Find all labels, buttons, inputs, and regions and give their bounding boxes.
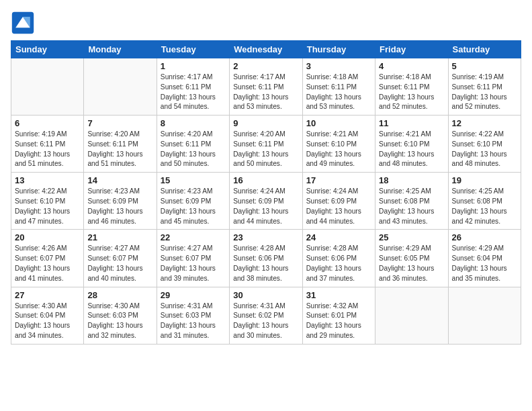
calendar-cell: 15Sunrise: 4:23 AM Sunset: 6:09 PM Dayli…	[157, 173, 229, 230]
calendar-cell: 5Sunrise: 4:19 AM Sunset: 6:11 PM Daylig…	[448, 58, 521, 116]
day-info: Sunrise: 4:23 AM Sunset: 6:09 PM Dayligh…	[161, 187, 226, 226]
day-number: 17	[306, 175, 371, 185]
day-number: 3	[306, 61, 371, 71]
calendar-cell: 29Sunrise: 4:31 AM Sunset: 6:03 PM Dayli…	[157, 287, 229, 344]
day-info: Sunrise: 4:21 AM Sunset: 6:10 PM Dayligh…	[306, 130, 371, 169]
weekday-header-row: SundayMondayTuesdayWednesdayThursdayFrid…	[11, 41, 521, 58]
day-info: Sunrise: 4:24 AM Sunset: 6:09 PM Dayligh…	[306, 187, 371, 226]
calendar-cell: 25Sunrise: 4:29 AM Sunset: 6:05 PM Dayli…	[375, 230, 448, 287]
day-number: 1	[161, 61, 226, 71]
calendar-cell: 18Sunrise: 4:25 AM Sunset: 6:08 PM Dayli…	[375, 173, 448, 230]
day-info: Sunrise: 4:18 AM Sunset: 6:11 PM Dayligh…	[306, 73, 371, 112]
day-number: 15	[161, 175, 226, 185]
calendar-table: SundayMondayTuesdayWednesdayThursdayFrid…	[11, 40, 521, 345]
day-number: 4	[379, 61, 444, 71]
calendar-cell: 31Sunrise: 4:32 AM Sunset: 6:01 PM Dayli…	[302, 287, 375, 344]
calendar-cell: 4Sunrise: 4:18 AM Sunset: 6:11 PM Daylig…	[375, 58, 448, 116]
day-number: 10	[306, 118, 371, 128]
weekday-header-thursday: Thursday	[302, 41, 375, 58]
day-info: Sunrise: 4:20 AM Sunset: 6:11 PM Dayligh…	[161, 130, 226, 169]
calendar-cell: 24Sunrise: 4:28 AM Sunset: 6:06 PM Dayli…	[302, 230, 375, 287]
week-row-5: 27Sunrise: 4:30 AM Sunset: 6:04 PM Dayli…	[11, 287, 521, 344]
day-info: Sunrise: 4:24 AM Sunset: 6:09 PM Dayligh…	[233, 187, 298, 226]
calendar-cell: 9Sunrise: 4:20 AM Sunset: 6:11 PM Daylig…	[230, 116, 302, 173]
day-number: 16	[233, 175, 298, 185]
day-info: Sunrise: 4:31 AM Sunset: 6:03 PM Dayligh…	[161, 302, 226, 341]
logo	[11, 11, 38, 35]
calendar-cell	[84, 58, 157, 116]
day-info: Sunrise: 4:21 AM Sunset: 6:10 PM Dayligh…	[379, 130, 444, 169]
day-number: 28	[87, 290, 152, 300]
day-number: 12	[452, 118, 517, 128]
calendar-cell: 22Sunrise: 4:27 AM Sunset: 6:07 PM Dayli…	[157, 230, 229, 287]
calendar-cell	[11, 58, 84, 116]
day-number: 21	[87, 232, 152, 242]
calendar-cell: 27Sunrise: 4:30 AM Sunset: 6:04 PM Dayli…	[11, 287, 84, 344]
day-number: 30	[233, 290, 298, 300]
day-info: Sunrise: 4:25 AM Sunset: 6:08 PM Dayligh…	[379, 187, 444, 226]
day-info: Sunrise: 4:27 AM Sunset: 6:07 PM Dayligh…	[161, 244, 226, 283]
day-info: Sunrise: 4:17 AM Sunset: 6:11 PM Dayligh…	[161, 73, 226, 112]
day-number: 5	[452, 61, 517, 71]
weekday-header-wednesday: Wednesday	[230, 41, 302, 58]
weekday-header-tuesday: Tuesday	[157, 41, 229, 58]
calendar-cell: 17Sunrise: 4:24 AM Sunset: 6:09 PM Dayli…	[302, 173, 375, 230]
week-row-3: 13Sunrise: 4:22 AM Sunset: 6:10 PM Dayli…	[11, 173, 521, 230]
page-header	[11, 11, 521, 35]
calendar-cell: 21Sunrise: 4:27 AM Sunset: 6:07 PM Dayli…	[84, 230, 157, 287]
calendar-cell: 26Sunrise: 4:29 AM Sunset: 6:04 PM Dayli…	[448, 230, 521, 287]
day-number: 11	[379, 118, 444, 128]
calendar-cell	[375, 287, 448, 344]
day-info: Sunrise: 4:29 AM Sunset: 6:04 PM Dayligh…	[452, 244, 517, 283]
calendar-cell: 14Sunrise: 4:23 AM Sunset: 6:09 PM Dayli…	[84, 173, 157, 230]
day-number: 6	[15, 118, 80, 128]
day-number: 24	[306, 232, 371, 242]
calendar-cell: 10Sunrise: 4:21 AM Sunset: 6:10 PM Dayli…	[302, 116, 375, 173]
day-info: Sunrise: 4:25 AM Sunset: 6:08 PM Dayligh…	[452, 187, 517, 226]
day-info: Sunrise: 4:31 AM Sunset: 6:02 PM Dayligh…	[233, 302, 298, 341]
day-info: Sunrise: 4:19 AM Sunset: 6:11 PM Dayligh…	[452, 73, 517, 112]
day-number: 14	[87, 175, 152, 185]
weekday-header-friday: Friday	[375, 41, 448, 58]
day-info: Sunrise: 4:22 AM Sunset: 6:10 PM Dayligh…	[15, 187, 80, 226]
calendar-cell: 28Sunrise: 4:30 AM Sunset: 6:03 PM Dayli…	[84, 287, 157, 344]
calendar-cell: 30Sunrise: 4:31 AM Sunset: 6:02 PM Dayli…	[230, 287, 302, 344]
day-number: 31	[306, 290, 371, 300]
day-info: Sunrise: 4:27 AM Sunset: 6:07 PM Dayligh…	[87, 244, 152, 283]
day-number: 25	[379, 232, 444, 242]
day-info: Sunrise: 4:26 AM Sunset: 6:07 PM Dayligh…	[15, 244, 80, 283]
calendar-cell: 11Sunrise: 4:21 AM Sunset: 6:10 PM Dayli…	[375, 116, 448, 173]
day-number: 27	[15, 290, 80, 300]
day-number: 22	[161, 232, 226, 242]
day-number: 20	[15, 232, 80, 242]
calendar-cell: 8Sunrise: 4:20 AM Sunset: 6:11 PM Daylig…	[157, 116, 229, 173]
calendar-cell: 6Sunrise: 4:19 AM Sunset: 6:11 PM Daylig…	[11, 116, 84, 173]
day-info: Sunrise: 4:30 AM Sunset: 6:04 PM Dayligh…	[15, 302, 80, 341]
day-info: Sunrise: 4:28 AM Sunset: 6:06 PM Dayligh…	[233, 244, 298, 283]
day-info: Sunrise: 4:28 AM Sunset: 6:06 PM Dayligh…	[306, 244, 371, 283]
day-info: Sunrise: 4:29 AM Sunset: 6:05 PM Dayligh…	[379, 244, 444, 283]
calendar-cell: 2Sunrise: 4:17 AM Sunset: 6:11 PM Daylig…	[230, 58, 302, 116]
calendar-cell: 20Sunrise: 4:26 AM Sunset: 6:07 PM Dayli…	[11, 230, 84, 287]
week-row-1: 1Sunrise: 4:17 AM Sunset: 6:11 PM Daylig…	[11, 58, 521, 116]
weekday-header-sunday: Sunday	[11, 41, 84, 58]
day-number: 2	[233, 61, 298, 71]
day-number: 23	[233, 232, 298, 242]
day-info: Sunrise: 4:17 AM Sunset: 6:11 PM Dayligh…	[233, 73, 298, 112]
day-number: 29	[161, 290, 226, 300]
calendar-cell: 16Sunrise: 4:24 AM Sunset: 6:09 PM Dayli…	[230, 173, 302, 230]
day-info: Sunrise: 4:23 AM Sunset: 6:09 PM Dayligh…	[87, 187, 152, 226]
day-number: 19	[452, 175, 517, 185]
weekday-header-monday: Monday	[84, 41, 157, 58]
week-row-2: 6Sunrise: 4:19 AM Sunset: 6:11 PM Daylig…	[11, 116, 521, 173]
logo-icon	[11, 11, 35, 35]
day-info: Sunrise: 4:32 AM Sunset: 6:01 PM Dayligh…	[306, 302, 371, 341]
week-row-4: 20Sunrise: 4:26 AM Sunset: 6:07 PM Dayli…	[11, 230, 521, 287]
calendar-cell: 23Sunrise: 4:28 AM Sunset: 6:06 PM Dayli…	[230, 230, 302, 287]
weekday-header-saturday: Saturday	[448, 41, 521, 58]
calendar-cell: 19Sunrise: 4:25 AM Sunset: 6:08 PM Dayli…	[448, 173, 521, 230]
day-info: Sunrise: 4:20 AM Sunset: 6:11 PM Dayligh…	[233, 130, 298, 169]
day-info: Sunrise: 4:19 AM Sunset: 6:11 PM Dayligh…	[15, 130, 80, 169]
calendar-cell: 1Sunrise: 4:17 AM Sunset: 6:11 PM Daylig…	[157, 58, 229, 116]
calendar-cell	[448, 287, 521, 344]
